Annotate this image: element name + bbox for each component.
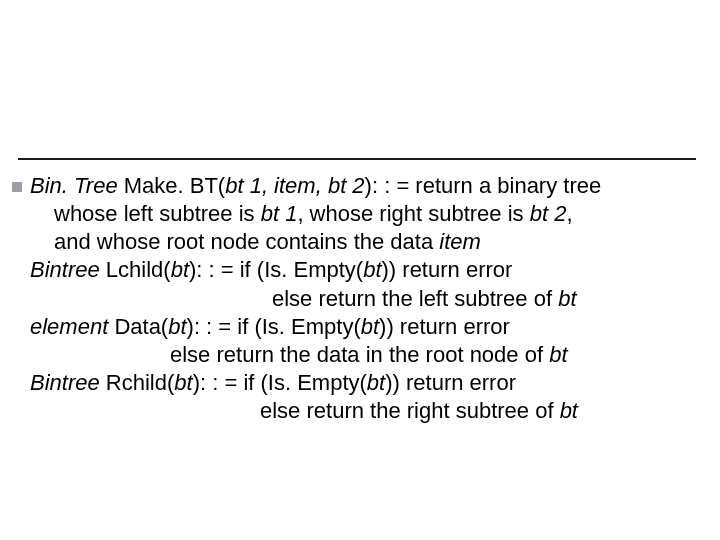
text: , whose right subtree is: [297, 201, 529, 226]
arg: bt: [558, 286, 576, 311]
text: whose left subtree is: [54, 201, 261, 226]
makebt-line1: Bin. Tree Make. BT(bt 1, item, bt 2): : …: [30, 172, 700, 200]
fn-name: Lchild(: [100, 257, 171, 282]
text: ): : = if (Is. Empty(: [187, 314, 361, 339]
slide-text: Bin. Tree Make. BT(bt 1, item, bt 2): : …: [30, 172, 700, 425]
type-label: Bin. Tree: [30, 173, 118, 198]
arg: bt: [363, 257, 381, 282]
type-label: Bintree: [30, 370, 100, 395]
arg: bt 2: [530, 201, 567, 226]
bullet-icon: [12, 182, 22, 192]
text: and whose root node contains the data: [54, 229, 439, 254]
arg: bt: [174, 370, 192, 395]
makebt-line3: and whose root node contains the data it…: [30, 228, 700, 256]
text: )) return error: [385, 370, 516, 395]
fn-tail: ): : = return a binary tree: [365, 173, 602, 198]
data-else: else return the data in the root node of…: [30, 341, 700, 369]
lchild-else: else return the left subtree of bt: [30, 285, 700, 313]
text: )) return error: [379, 314, 510, 339]
slide: Bin. Tree Make. BT(bt 1, item, bt 2): : …: [0, 0, 720, 540]
arg: bt: [171, 257, 189, 282]
rchild-line1: Bintree Rchild(bt): : = if (Is. Empty(bt…: [30, 369, 700, 397]
text: ): : = if (Is. Empty(: [189, 257, 363, 282]
text: )) return error: [382, 257, 513, 282]
fn-name: Rchild(: [100, 370, 175, 395]
arg: bt: [168, 314, 186, 339]
arg: bt: [361, 314, 379, 339]
text: ,: [566, 201, 572, 226]
type-label: element: [30, 314, 108, 339]
type-label: Bintree: [30, 257, 100, 282]
data-line1: element Data(bt): : = if (Is. Empty(bt))…: [30, 313, 700, 341]
text: else return the left subtree of: [272, 286, 558, 311]
text: ): : = if (Is. Empty(: [193, 370, 367, 395]
arg: bt: [549, 342, 567, 367]
arg: bt: [367, 370, 385, 395]
lchild-line1: Bintree Lchild(bt): : = if (Is. Empty(bt…: [30, 256, 700, 284]
makebt-line2: whose left subtree is bt 1, whose right …: [30, 200, 700, 228]
text: else return the right subtree of: [260, 398, 560, 423]
fn-name: Make. BT(: [118, 173, 226, 198]
fn-args: bt 1, item, bt 2: [225, 173, 364, 198]
arg: bt: [560, 398, 578, 423]
arg: bt 1: [261, 201, 298, 226]
fn-name: Data(: [108, 314, 168, 339]
horizontal-rule: [18, 158, 696, 160]
text: else return the data in the root node of: [170, 342, 549, 367]
arg: item: [439, 229, 481, 254]
rchild-else: else return the right subtree of bt: [30, 397, 700, 425]
